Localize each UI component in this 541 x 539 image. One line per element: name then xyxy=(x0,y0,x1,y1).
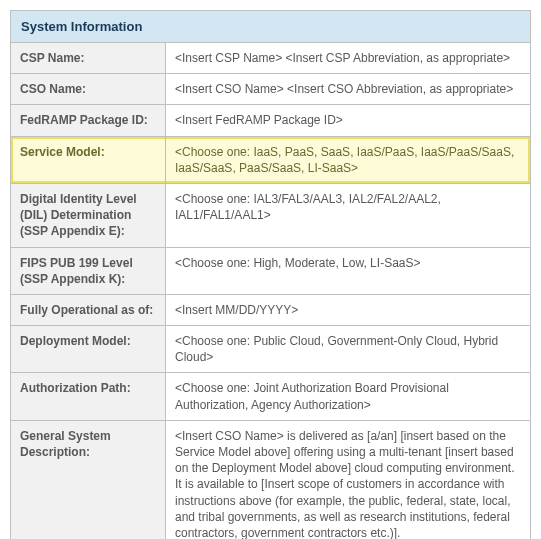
row-label: Deployment Model: xyxy=(11,326,166,373)
table-title: System Information xyxy=(11,11,531,43)
row-label: Digital Identity Level (DIL) Determinati… xyxy=(11,183,166,247)
system-information-table: System Information CSP Name:<Insert CSP … xyxy=(10,10,531,539)
row-value: <Choose one: IaaS, PaaS, SaaS, IaaS/PaaS… xyxy=(166,136,531,183)
table-row: General System Description:<Insert CSO N… xyxy=(11,420,531,539)
row-label: FIPS PUB 199 Level (SSP Appendix K): xyxy=(11,247,166,294)
row-value: <Insert CSO Name> is delivered as [a/an]… xyxy=(166,420,531,539)
table-row: Authorization Path:<Choose one: Joint Au… xyxy=(11,373,531,420)
row-label: Fully Operational as of: xyxy=(11,294,166,325)
row-value: <Choose one: Joint Authorization Board P… xyxy=(166,373,531,420)
row-label: CSO Name: xyxy=(11,74,166,105)
table-row: CSO Name:<Insert CSO Name> <Insert CSO A… xyxy=(11,74,531,105)
row-label: General System Description: xyxy=(11,420,166,539)
row-value: <Choose one: High, Moderate, Low, LI-Saa… xyxy=(166,247,531,294)
table-row: CSP Name:<Insert CSP Name> <Insert CSP A… xyxy=(11,43,531,74)
row-value: <Choose one: IAL3/FAL3/AAL3, IAL2/FAL2/A… xyxy=(166,183,531,247)
row-label: FedRAMP Package ID: xyxy=(11,105,166,136)
table-body: CSP Name:<Insert CSP Name> <Insert CSP A… xyxy=(11,43,531,540)
table-row: Fully Operational as of:<Insert MM/DD/YY… xyxy=(11,294,531,325)
row-label: Authorization Path: xyxy=(11,373,166,420)
row-label: CSP Name: xyxy=(11,43,166,74)
table-row: Service Model:<Choose one: IaaS, PaaS, S… xyxy=(11,136,531,183)
table-row: Deployment Model:<Choose one: Public Clo… xyxy=(11,326,531,373)
row-label: Service Model: xyxy=(11,136,166,183)
table-row: FedRAMP Package ID:<Insert FedRAMP Packa… xyxy=(11,105,531,136)
row-value: <Insert CSP Name> <Insert CSP Abbreviati… xyxy=(166,43,531,74)
table-row: Digital Identity Level (DIL) Determinati… xyxy=(11,183,531,247)
row-value: <Choose one: Public Cloud, Government-On… xyxy=(166,326,531,373)
row-value: <Insert CSO Name> <Insert CSO Abbreviati… xyxy=(166,74,531,105)
table-row: FIPS PUB 199 Level (SSP Appendix K):<Cho… xyxy=(11,247,531,294)
row-value: <Insert FedRAMP Package ID> xyxy=(166,105,531,136)
row-value: <Insert MM/DD/YYYY> xyxy=(166,294,531,325)
